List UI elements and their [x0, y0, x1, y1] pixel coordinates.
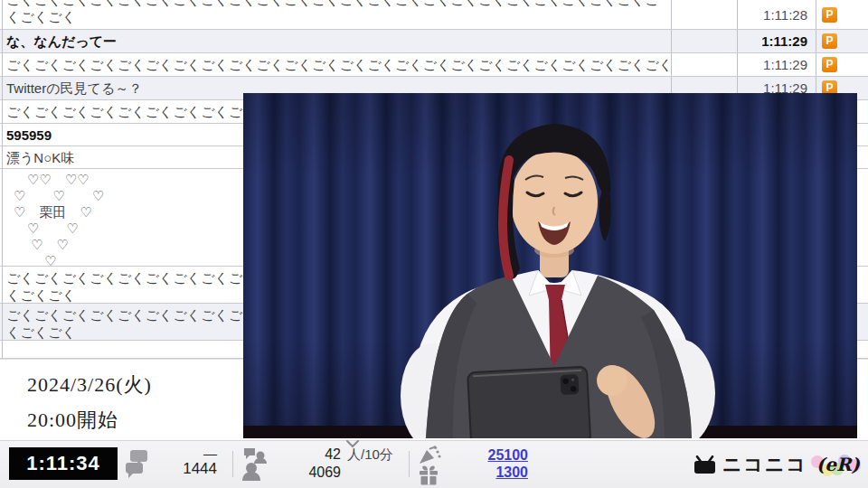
right-hand [597, 365, 627, 396]
premium-badge: P [822, 7, 837, 23]
comment-text: ごくごくごくごくごくごくごくごくごくごくごくごくごくごくごくごくごくごくごくごく… [0, 53, 672, 76]
comment-name-cell [672, 0, 738, 29]
premium-badge: P [822, 57, 837, 72]
viewer-total: 4069 [276, 464, 341, 482]
streamer-face [511, 149, 598, 254]
gift-icon [420, 466, 438, 485]
comment-total: 1444 [152, 460, 217, 478]
comment-timestamp: 1:11:29 [738, 30, 816, 52]
comment-count-icon [125, 449, 149, 483]
niconico-logo: ニコニコ (eR) [693, 452, 863, 477]
logo-suffix: (eR) [814, 454, 863, 475]
comment-row[interactable]: ごくごくごくごくごくごくごくごくごくごくごくごくごくごくごくごくごくごくごくごく… [0, 0, 868, 30]
comment-name-cell [672, 30, 738, 52]
comment-premium-cell: P [816, 53, 868, 76]
tablet [467, 367, 590, 438]
video-player[interactable] [243, 93, 857, 438]
divider [409, 451, 410, 477]
comment-rate: — [152, 446, 217, 460]
ad-points-link[interactable]: 25100 [452, 446, 528, 464]
bottom-bar: 1:11:34 — 1444 42人/10分 4069 [0, 440, 868, 488]
tablet-camera [560, 374, 579, 395]
gift-points-link[interactable]: 1300 [452, 464, 528, 481]
viewer-rate-unit: 人/10分 [341, 446, 393, 462]
comment-stats: — 1444 [152, 446, 217, 478]
premium-badge: P [822, 33, 837, 49]
viewers-icon [241, 447, 268, 485]
comment-timestamp: 1:11:29 [738, 53, 816, 76]
comment-premium-cell: P [816, 30, 868, 52]
comment-timestamp: 1:11:28 [738, 0, 816, 29]
comment-list-left-border [2, 0, 3, 359]
streamer-scene [243, 93, 857, 438]
elapsed-time-display: 1:11:34 [9, 447, 118, 480]
viewer-stats: 42人/10分 4069 [276, 446, 393, 482]
party-popper-icon [420, 446, 441, 464]
comment-text: な、なんだってー [0, 30, 672, 52]
comment-name-cell [672, 53, 738, 76]
comment-text: ごくごくごくごくごくごくごくごくごくごくごくごくごくごくごくごくごくごくごくごく… [0, 0, 672, 29]
divider [232, 451, 233, 477]
logo-text: ニコニコ [722, 452, 807, 477]
viewer-rate-value: 42 [276, 446, 341, 463]
comment-premium-cell: P [816, 0, 868, 29]
gift-icons [418, 446, 443, 488]
comment-row[interactable]: ごくごくごくごくごくごくごくごくごくごくごくごくごくごくごくごくごくごくごくごく… [0, 53, 868, 77]
comment-row[interactable]: な、なんだってー1:11:29P [0, 30, 868, 53]
points-links: 25100 1300 [452, 446, 528, 481]
tv-icon [693, 455, 716, 474]
